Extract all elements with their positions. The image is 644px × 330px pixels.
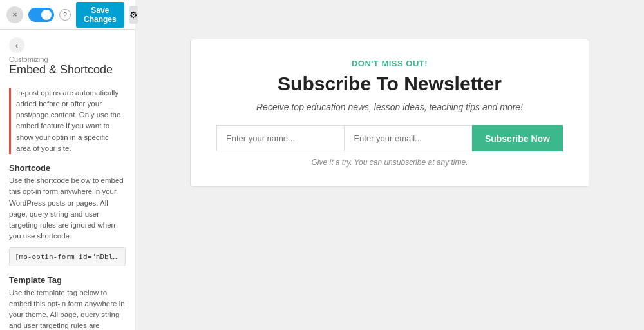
sidebar: ‹ Customizing Embed & Shortcode In-post … — [0, 0, 135, 330]
info-text: In-post optins are automatically added b… — [9, 88, 126, 155]
template-heading: Template Tag — [9, 275, 126, 285]
dont-miss-label: DON'T MISS OUT! — [216, 59, 563, 68]
back-arrow-icon: ‹ — [9, 37, 24, 53]
name-input[interactable] — [216, 125, 344, 151]
gear-button[interactable]: ⚙ — [129, 6, 138, 24]
preview-card: DON'T MISS OUT! Subscribe To Newsletter … — [190, 39, 589, 187]
subscribe-title: Subscribe To Newsletter — [216, 72, 563, 95]
subscribe-desc: Receive top education news, lesson ideas… — [216, 102, 563, 112]
form-note: Give it a try. You can unsubscribe at an… — [216, 158, 563, 167]
shortcode-heading: Shortcode — [9, 163, 126, 173]
customizing-label: Customizing — [9, 55, 126, 63]
email-input[interactable] — [344, 125, 471, 151]
section-title: Embed & Shortcode — [9, 63, 126, 77]
subscribe-button[interactable]: Subscribe Now — [472, 125, 563, 151]
save-button[interactable]: Save Changes — [76, 2, 124, 28]
back-button[interactable]: ‹ — [9, 37, 126, 53]
topbar: × ? Save Changes ⚙ — [0, 0, 135, 30]
shortcode-desc: Use the shortcode below to embed this op… — [9, 175, 126, 242]
form-row: Subscribe Now — [216, 125, 563, 151]
main-preview-area: DON'T MISS OUT! Subscribe To Newsletter … — [135, 0, 644, 330]
sidebar-content: In-post optins are automatically added b… — [0, 81, 135, 330]
help-icon[interactable]: ? — [59, 9, 71, 21]
toggle-switch[interactable] — [28, 8, 54, 22]
sidebar-header: ‹ Customizing Embed & Shortcode — [0, 30, 135, 81]
shortcode-box[interactable]: [mo-optin-form id="nDblgesUyK"] — [9, 248, 126, 266]
template-desc: Use the template tag below to embed this… — [9, 287, 126, 330]
close-button[interactable]: × — [6, 6, 23, 23]
